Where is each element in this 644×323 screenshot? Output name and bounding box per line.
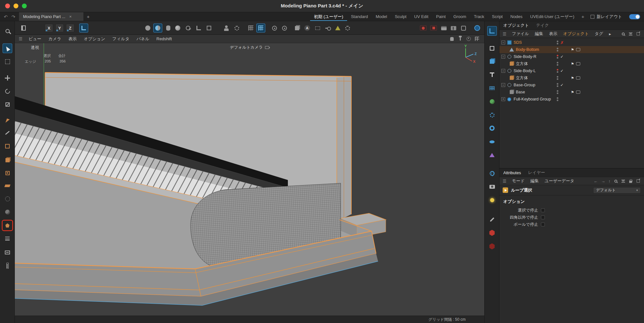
axis-lock-icon[interactable] [323, 24, 332, 33]
viewport-menu-view[interactable]: ビュー [25, 36, 45, 42]
render-settings-button[interactable] [429, 24, 438, 33]
ring-select-tool-icon[interactable] [3, 194, 12, 204]
stop-at-pole-checkbox[interactable] [541, 223, 545, 226]
tree-row-side-body-l[interactable]: − Side-Body-L ✓ [499, 67, 644, 74]
tab-attributes[interactable]: Attributes [503, 170, 521, 175]
ruler-tool-icon[interactable] [3, 261, 12, 271]
snap-grid-active-icon[interactable] [256, 24, 265, 33]
axis-gizmo[interactable]: Y Z X [456, 44, 478, 64]
visibility-dots[interactable] [557, 69, 558, 73]
organic-sphere-icon[interactable] [487, 97, 497, 106]
tree-row-cube-1[interactable]: 立方体 ⚑ [499, 60, 644, 67]
viewport-menu-panel[interactable]: パネル [133, 36, 153, 42]
globe-object-icon[interactable] [487, 168, 497, 178]
add-document-tab-button[interactable]: + [83, 12, 93, 21]
plane-object-icon[interactable] [487, 43, 497, 53]
hamburger-icon[interactable]: ☰ [502, 179, 509, 184]
panel-door-icon[interactable] [19, 24, 28, 33]
disabled-icon[interactable]: ✗ [560, 41, 564, 45]
text-object-icon[interactable] [487, 70, 497, 80]
layout-tab-track[interactable]: Track [470, 12, 488, 21]
uv-grid-icon[interactable] [487, 83, 497, 93]
zoom-window-button[interactable] [22, 4, 27, 8]
warning-icon[interactable] [333, 24, 342, 33]
preset-dropdown[interactable]: デフォルト ▾ [593, 187, 641, 194]
viewport-menu-camera[interactable]: カメラ [45, 36, 65, 42]
cube-tool-icon[interactable] [3, 155, 12, 165]
sphere-tool-icon[interactable] [3, 207, 12, 217]
back-icon[interactable]: ↶ [4, 14, 8, 19]
move-tool-icon[interactable] [3, 73, 12, 83]
character-icon[interactable] [222, 24, 231, 33]
visibility-dots[interactable] [557, 76, 558, 80]
tree-row-sds[interactable]: − SDS ✗ [499, 39, 644, 46]
camera-label-row[interactable]: デフォルトカメラ [15, 45, 484, 50]
cube-display-icon[interactable] [292, 24, 301, 33]
enabled-check-icon[interactable]: ✓ [560, 55, 564, 59]
tab-layers[interactable]: レイヤー [528, 170, 545, 176]
close-tab-icon[interactable]: × [69, 14, 72, 19]
drawer-tool-icon[interactable] [3, 248, 12, 257]
viewport-menu-display[interactable]: 表示 [65, 36, 80, 42]
corner-mode-icon[interactable] [194, 24, 203, 33]
rotate-tool-icon[interactable] [3, 86, 12, 96]
layout-toggle-switch[interactable] [629, 14, 640, 19]
filter-icon[interactable] [629, 32, 633, 36]
flag-tag-icon[interactable]: ⚑ [571, 76, 574, 80]
search-icon[interactable] [614, 179, 618, 183]
film-icon[interactable] [449, 24, 458, 33]
viewport-menu-redshift[interactable]: Redshift [153, 36, 175, 41]
slab-tool-icon[interactable] [3, 181, 12, 191]
disc-object-icon[interactable] [487, 137, 497, 147]
overflow-icon[interactable]: ▸ [606, 32, 614, 36]
viewport-menu-options[interactable]: オプション [80, 36, 109, 42]
add-layout-button[interactable]: + [578, 12, 588, 21]
layout-tab-uvedit-user[interactable]: UVEdit-User (ユーザー) [526, 12, 578, 21]
filter-icon[interactable] [621, 179, 625, 183]
enabled-check-icon[interactable]: ✓ [560, 83, 564, 87]
plane-tool-icon[interactable] [3, 141, 12, 151]
visibility-dots[interactable] [557, 62, 558, 66]
polygon-pen-tool-icon[interactable] [3, 221, 12, 230]
pen-tool-icon[interactable] [3, 116, 12, 126]
visibility-dots[interactable] [557, 90, 558, 94]
layout-tab-paint[interactable]: Paint [432, 12, 450, 21]
expander-icon[interactable]: + [501, 97, 505, 101]
cylinder-mode-icon[interactable] [164, 24, 173, 33]
clapboard-icon[interactable] [439, 24, 448, 33]
expander-icon[interactable]: − [501, 41, 505, 44]
panel-layout-icon[interactable] [636, 32, 640, 36]
close-window-button[interactable] [5, 4, 10, 8]
layout-tab-nodes[interactable]: Nodes [507, 12, 526, 21]
enabled-check-icon[interactable]: ✓ [560, 69, 564, 73]
hamburger-icon[interactable]: ☰ [18, 36, 25, 41]
quad-view-icon[interactable] [475, 37, 479, 41]
render-view-button[interactable] [419, 24, 428, 33]
history-icon[interactable] [466, 37, 471, 41]
axis-x-button[interactable]: X [45, 24, 53, 32]
popout-icon[interactable] [636, 179, 640, 183]
zoom-tool-icon[interactable] [3, 26, 12, 36]
tree-row-base-group[interactable]: − Base-Group ✓ [499, 81, 644, 89]
camera-object-icon[interactable] [487, 182, 497, 192]
disc-mode-icon[interactable] [143, 24, 152, 33]
visibility-dots[interactable] [557, 48, 558, 52]
axis-z-button[interactable]: Z [66, 24, 74, 32]
array-tool-icon[interactable] [3, 234, 12, 243]
axis-y-button[interactable]: Y [55, 24, 64, 32]
rs-material-icon[interactable] [487, 228, 497, 238]
expander-icon[interactable]: − [501, 55, 505, 59]
om-menu-view[interactable]: 表示 [546, 31, 560, 37]
expander-icon[interactable]: − [501, 83, 505, 87]
minimize-window-button[interactable] [14, 4, 18, 8]
stop-at-selection-checkbox[interactable] [541, 208, 545, 212]
display-tag-icon[interactable] [576, 48, 580, 51]
generator-gear-icon[interactable] [487, 110, 497, 120]
display-tag-icon[interactable] [576, 62, 580, 65]
marquee-icon[interactable] [313, 24, 322, 33]
tree-row-full-keyboard-group[interactable]: + Full-Keyboard Group [499, 96, 644, 103]
layout-tab-sculpt[interactable]: Sculpt [391, 12, 410, 21]
nav-forward-icon[interactable]: → [601, 179, 605, 184]
light-object-icon[interactable] [487, 195, 497, 205]
flag-tag-icon[interactable]: ⚑ [571, 90, 574, 94]
